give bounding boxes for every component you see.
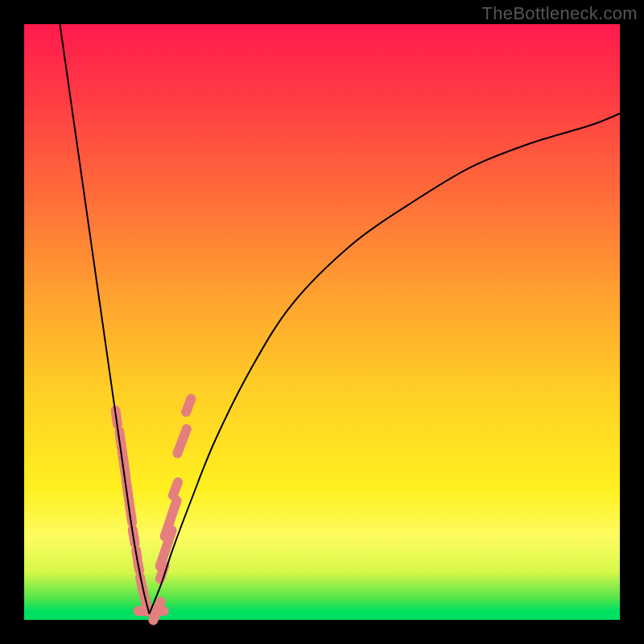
right-branch-curve (149, 114, 620, 614)
marker-bead (121, 473, 138, 528)
marker-bead (167, 476, 184, 502)
marker-bead (180, 393, 197, 419)
marker-beads-group (110, 393, 197, 627)
curve-overlay (24, 24, 620, 620)
marker-bead (114, 426, 130, 481)
watermark-text: TheBottleneck.com (482, 3, 638, 24)
marker-bead (171, 423, 193, 460)
